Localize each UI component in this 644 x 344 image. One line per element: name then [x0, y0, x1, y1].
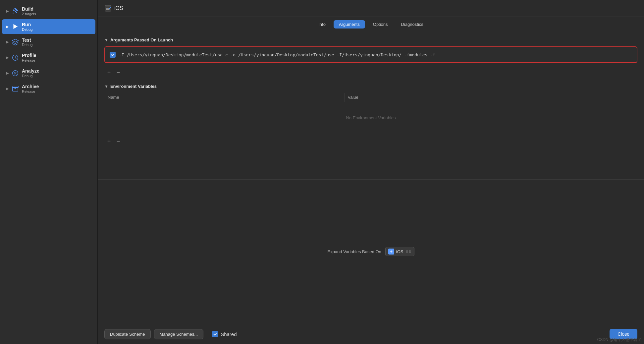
- analyze-expand-icon: ▶: [5, 71, 11, 75]
- env-section-title: Environment Variables: [110, 84, 157, 89]
- expand-dropdown-icon: [388, 249, 394, 255]
- build-icon: [11, 6, 20, 16]
- test-icon: [11, 37, 20, 47]
- profile-title: Profile: [22, 53, 36, 58]
- run-expand-icon: ▶: [5, 25, 11, 29]
- expand-label: Expand Variables Based On: [327, 249, 381, 254]
- tabs-bar: Info Arguments Options Diagnostics: [98, 17, 644, 32]
- arguments-toggle[interactable]: ▼: [104, 38, 108, 42]
- manage-schemes-button[interactable]: Manage Schemes...: [154, 329, 204, 339]
- test-expand-icon: ▶: [5, 40, 11, 44]
- analyze-icon: [11, 69, 20, 78]
- content-area: ▼ Arguments Passed On Launch -E /Users/y…: [98, 32, 644, 179]
- archive-icon: [11, 84, 20, 93]
- footer-btns-left: Duplicate Scheme Manage Schemes...: [104, 329, 203, 339]
- content-header: iOS: [98, 0, 644, 17]
- main-content: iOS Info Arguments Options Diagnostics ▼…: [98, 0, 644, 344]
- build-text: Build 2 targets: [22, 6, 36, 16]
- arguments-add-remove-bar: + −: [104, 68, 637, 78]
- sidebar-item-analyze[interactable]: ▶ Analyze Debug: [2, 66, 95, 81]
- scheme-icon: [104, 5, 112, 12]
- env-empty-text: No Environment Variables: [104, 102, 637, 134]
- watermark-text: CSDN @这个人也中暑了: [597, 337, 641, 343]
- argument-text-0: -E /Users/yinquan/Desktop/moduleTest/use…: [119, 52, 435, 57]
- env-col-name: Name: [104, 93, 344, 102]
- profile-expand-icon: ▶: [5, 56, 11, 59]
- test-title: Test: [22, 37, 32, 43]
- env-table: Name Value No Environment Variables: [104, 93, 637, 134]
- duplicate-scheme-button[interactable]: Duplicate Scheme: [104, 329, 151, 339]
- analyze-text: Analyze Debug: [22, 68, 39, 78]
- archive-text: Archive Release: [22, 84, 39, 93]
- tab-arguments[interactable]: Arguments: [334, 20, 365, 29]
- argument-checkbox-0[interactable]: [110, 52, 116, 58]
- env-empty-row: No Environment Variables: [104, 102, 637, 134]
- svg-marker-0: [14, 24, 18, 29]
- expand-variables-bar: Expand Variables Based On iOS ⬆⬇: [98, 179, 644, 324]
- arguments-add-button[interactable]: +: [106, 69, 112, 76]
- test-subtitle: Debug: [22, 43, 32, 47]
- scheme-title: iOS: [114, 5, 123, 11]
- profile-subtitle: Release: [22, 58, 36, 62]
- sidebar-item-test[interactable]: ▶ Test Debug: [2, 35, 95, 50]
- build-title: Build: [22, 6, 36, 12]
- tab-diagnostics[interactable]: Diagnostics: [396, 20, 429, 29]
- arguments-section-title: Arguments Passed On Launch: [110, 37, 173, 42]
- shared-label: Shared: [221, 331, 237, 337]
- env-section-header: ▼ Environment Variables: [104, 84, 637, 89]
- sidebar-item-archive[interactable]: ▶ Archive Release: [2, 81, 95, 96]
- footer-bar: Duplicate Scheme Manage Schemes... Share…: [98, 324, 644, 344]
- divider-1: [104, 81, 637, 81]
- analyze-title: Analyze: [22, 68, 39, 74]
- sidebar-item-profile[interactable]: ▶ Profile Release: [2, 50, 95, 65]
- expand-dropdown-text: iOS: [396, 249, 403, 254]
- profile-icon: [11, 53, 20, 62]
- env-remove-button[interactable]: −: [115, 138, 122, 144]
- run-text: Run Debug: [22, 22, 32, 31]
- expand-dropdown-arrow: ⬆⬇: [405, 250, 411, 254]
- run-icon: [11, 22, 20, 31]
- arguments-container: -E /Users/yinquan/Desktop/moduleTest/use…: [104, 46, 637, 63]
- shared-area: Shared: [212, 331, 237, 337]
- env-add-remove-bar: + −: [104, 135, 637, 147]
- env-col-value: Value: [344, 93, 637, 102]
- build-expand-icon: ▶: [5, 9, 11, 13]
- analyze-subtitle: Debug: [22, 74, 39, 78]
- expand-dropdown[interactable]: iOS ⬆⬇: [385, 247, 414, 256]
- tab-info[interactable]: Info: [313, 20, 331, 29]
- shared-checkbox[interactable]: [212, 331, 218, 337]
- env-section: ▼ Environment Variables Name Value No En…: [104, 84, 637, 147]
- profile-text: Profile Release: [22, 53, 36, 62]
- build-subtitle: 2 targets: [22, 12, 36, 16]
- sidebar: ▶ Build 2 targets ▶ Run Debu: [0, 0, 98, 344]
- svg-rect-3: [13, 87, 18, 91]
- sidebar-item-run[interactable]: ▶ Run Debug: [2, 19, 95, 34]
- archive-title: Archive: [22, 84, 39, 89]
- arguments-section-header: ▼ Arguments Passed On Launch: [104, 37, 637, 42]
- arguments-remove-button[interactable]: −: [115, 69, 122, 76]
- tab-options[interactable]: Options: [368, 20, 393, 29]
- env-add-button[interactable]: +: [106, 138, 112, 144]
- run-subtitle: Debug: [22, 28, 32, 31]
- archive-expand-icon: ▶: [5, 87, 11, 90]
- svg-rect-4: [12, 86, 18, 88]
- run-title: Run: [22, 22, 32, 28]
- argument-row-0: -E /Users/yinquan/Desktop/moduleTest/use…: [108, 49, 634, 60]
- env-toggle[interactable]: ▼: [104, 84, 108, 89]
- archive-subtitle: Release: [22, 89, 39, 93]
- sidebar-item-build[interactable]: ▶ Build 2 targets: [2, 4, 95, 19]
- test-text: Test Debug: [22, 37, 32, 47]
